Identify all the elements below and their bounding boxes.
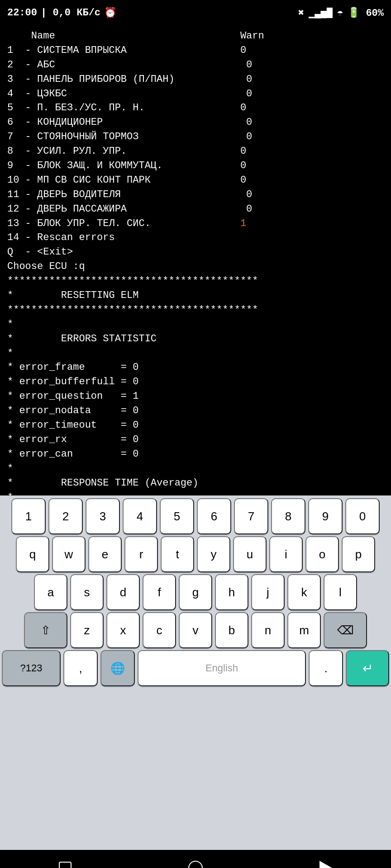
- key-j[interactable]: j: [251, 574, 285, 610]
- terminal-line: 1 - СИСТЕМА ВПРЫСКА 0: [7, 43, 384, 58]
- terminal-line: * error_nodata = 0: [7, 404, 384, 418]
- terminal-line: * RESETTING ELM: [7, 288, 384, 303]
- back-button[interactable]: [308, 854, 344, 868]
- comma-key[interactable]: ,: [63, 650, 98, 686]
- home-button[interactable]: [177, 854, 214, 868]
- time-display: 22:00: [7, 7, 37, 19]
- key-6[interactable]: 6: [197, 498, 231, 534]
- key-8[interactable]: 8: [271, 498, 305, 534]
- keyboard-row-z: ⇧zxcvbnm⌫: [2, 612, 389, 648]
- terminal-line: *: [7, 346, 384, 361]
- terminal-line: 12 - ДВЕРЬ ПАССАЖИРА 0: [7, 202, 384, 217]
- terminal-line: 10 - МП СВ СИС КОНТ ПАРК 0: [7, 173, 384, 188]
- terminal-line: 9 - БЛОК ЗАЩ. И КОММУТАЦ. 0: [7, 159, 384, 173]
- key-2[interactable]: 2: [48, 498, 83, 534]
- key-x[interactable]: x: [106, 612, 140, 648]
- key-f[interactable]: f: [143, 574, 176, 610]
- key-p[interactable]: p: [342, 536, 375, 572]
- key-9[interactable]: 9: [308, 498, 343, 534]
- key-b[interactable]: b: [215, 612, 248, 648]
- terminal-line: Q - <Exit>: [7, 245, 384, 259]
- key-u[interactable]: u: [233, 536, 267, 572]
- terminal-line: * ERRORS STATISTIC: [7, 332, 384, 346]
- bluetooth-icon: ✖: [298, 7, 304, 19]
- recent-apps-button[interactable]: [47, 854, 83, 868]
- key-0[interactable]: 0: [345, 498, 380, 534]
- terminal-line: * error_timeout = 0: [7, 418, 384, 433]
- key-e[interactable]: e: [88, 536, 122, 572]
- home-icon: [188, 861, 203, 868]
- key-7[interactable]: 7: [234, 498, 268, 534]
- battery-icon: 🔋 60%: [348, 7, 384, 19]
- key-q[interactable]: q: [16, 536, 49, 572]
- key-k[interactable]: k: [287, 574, 321, 610]
- num-key[interactable]: ?123: [2, 650, 61, 686]
- signal-icon: ▁▃▅█: [309, 7, 333, 19]
- key-t[interactable]: t: [161, 536, 194, 572]
- key-4[interactable]: 4: [123, 498, 157, 534]
- shift-key[interactable]: ⇧: [24, 612, 67, 648]
- terminal-line: 4 - ЦЭКБС 0: [7, 87, 384, 101]
- wifi-icon: ☂: [337, 7, 343, 19]
- key-1[interactable]: 1: [11, 498, 46, 534]
- terminal-line: 6 - КОНДИЦИОНЕР 0: [7, 115, 384, 130]
- key-d[interactable]: d: [106, 574, 140, 610]
- enter-key[interactable]: ↵: [346, 650, 389, 686]
- terminal-line: * error_can = 0: [7, 447, 384, 462]
- key-m[interactable]: m: [287, 612, 321, 648]
- period-key[interactable]: .: [309, 650, 343, 686]
- terminal-line: * RESPONSE TIME (Average): [7, 476, 384, 491]
- key-w[interactable]: w: [52, 536, 86, 572]
- nav-bar: [0, 850, 391, 868]
- terminal-line: Choose ECU :q: [7, 259, 384, 274]
- status-right: ✖ ▁▃▅█ ☂ 🔋 60%: [298, 7, 384, 19]
- terminal-line: 13 - БЛОК УПР. ТЕЛ. СИС. 1: [7, 217, 384, 231]
- space-key[interactable]: English: [138, 650, 306, 686]
- terminal-line: 7 - СТОЯНОЧНЫЙ ТОРМОЗ 0: [7, 130, 384, 144]
- key-h[interactable]: h: [215, 574, 248, 610]
- terminal-line: *: [7, 317, 384, 332]
- terminal-line: * error_frame = 0: [7, 360, 384, 375]
- terminal-line: * error_rx = 0: [7, 433, 384, 447]
- key-y[interactable]: y: [197, 536, 230, 572]
- terminal-line: 8 - УСИЛ. РУЛ. УПР. 0: [7, 144, 384, 159]
- network-speed: | 0,0 КБ/с: [41, 7, 100, 19]
- key-n[interactable]: n: [251, 612, 285, 648]
- key-g[interactable]: g: [179, 574, 212, 610]
- terminal-line: *: [7, 462, 384, 476]
- terminal-output: Name Warn1 - СИСТЕМА ВПРЫСКА 02 - АБС 03…: [0, 25, 391, 495]
- terminal-line: 14 - Rescan errors: [7, 231, 384, 245]
- keyboard-row-numbers: 1234567890: [2, 498, 389, 534]
- terminal-line: ****************************************…: [7, 303, 384, 317]
- keyboard-row-bottom: ?123,🌐English.↵: [2, 650, 389, 686]
- key-v[interactable]: v: [179, 612, 212, 648]
- keyboard: 1234567890 qwertyuiop asdfghjkl ⇧zxcvbnm…: [0, 495, 391, 850]
- terminal-line: 3 - ПАНЕЛЬ ПРИБОРОВ (П/ПАН) 0: [7, 72, 384, 87]
- keyboard-row-a: asdfghjkl: [2, 574, 389, 610]
- alarm-icon: ⏰: [104, 7, 116, 19]
- terminal-line: * error_bufferfull = 0: [7, 375, 384, 389]
- key-i[interactable]: i: [269, 536, 303, 572]
- globe-key[interactable]: 🌐: [100, 650, 135, 686]
- terminal-line: 2 - АБС 0: [7, 58, 384, 72]
- recent-apps-icon: [59, 862, 72, 868]
- back-icon: [319, 861, 332, 868]
- key-z[interactable]: z: [70, 612, 104, 648]
- key-s[interactable]: s: [70, 574, 104, 610]
- terminal-line: 5 - П. БЕЗ./УС. ПР. Н. 0: [7, 101, 384, 115]
- key-o[interactable]: o: [305, 536, 339, 572]
- terminal-line: *: [7, 491, 384, 496]
- key-r[interactable]: r: [124, 536, 158, 572]
- backspace-key[interactable]: ⌫: [324, 612, 367, 648]
- terminal-line: 11 - ДВЕРЬ ВОДИТЕЛЯ 0: [7, 188, 384, 202]
- status-left: 22:00 | 0,0 КБ/с ⏰: [7, 7, 116, 19]
- key-3[interactable]: 3: [86, 498, 120, 534]
- terminal-line: Name Warn: [7, 29, 384, 43]
- terminal-line: * error_question = 1: [7, 389, 384, 404]
- terminal-line: ****************************************…: [7, 274, 384, 288]
- key-a[interactable]: a: [34, 574, 67, 610]
- key-c[interactable]: c: [143, 612, 176, 648]
- key-5[interactable]: 5: [160, 498, 194, 534]
- key-l[interactable]: l: [324, 574, 357, 610]
- keyboard-row-q: qwertyuiop: [2, 536, 389, 572]
